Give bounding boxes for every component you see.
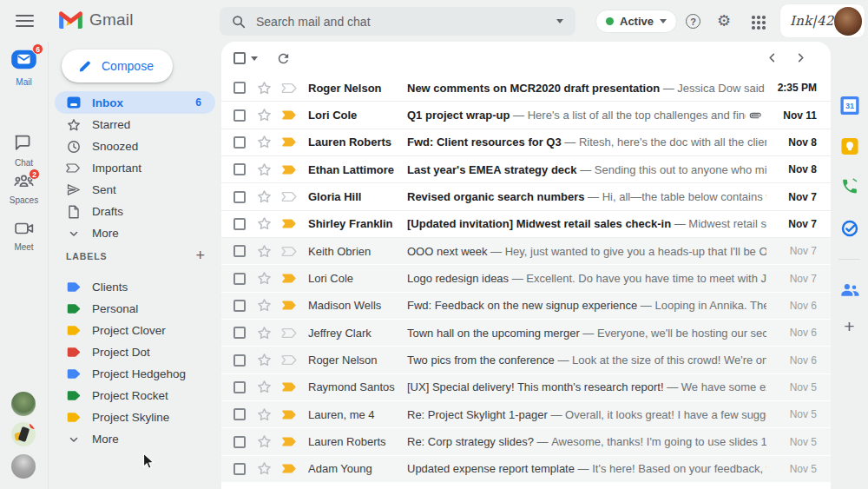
row-checkbox[interactable] [233,82,246,94]
email-row[interactable]: Jeffrey Clark Town hall on the upcoming … [221,320,831,347]
star-icon[interactable] [257,298,272,313]
star-icon[interactable] [257,189,272,204]
email-row[interactable]: Lauren Roberts Fwd: Client resources for… [221,129,831,156]
star-icon[interactable] [257,434,272,449]
sidebar-label-project-hedgehog[interactable]: Project Hedgehog [49,363,222,385]
email-row[interactable]: Gloria Hill Revised organic search numbe… [221,183,831,210]
sidebar-labels-more[interactable]: More [49,428,222,450]
search-bar[interactable] [220,7,575,36]
select-options-caret-icon[interactable] [251,56,258,61]
row-checkbox[interactable] [233,300,246,312]
sidebar-item-drafts[interactable]: Drafts [49,201,222,222]
sidebar-item-important[interactable]: Important [49,157,222,179]
sidebar-label-personal[interactable]: Personal [49,298,222,320]
rail-item-meet[interactable]: Meet [0,221,48,252]
rail-item-spaces[interactable]: 2 Spaces [0,174,48,205]
importance-marker-icon[interactable] [281,436,298,447]
star-icon[interactable] [257,135,272,149]
star-icon[interactable] [257,162,272,177]
email-row[interactable]: Lauren Roberts Re: Corp strategy slides?… [221,428,831,455]
sidebar-label-project-dot[interactable]: Project Dot [49,341,222,363]
star-icon[interactable] [257,380,272,394]
row-checkbox[interactable] [233,136,246,149]
importance-marker-icon[interactable] [281,109,298,121]
compose-button[interactable]: Compose [62,50,173,83]
older-page-chevron-icon[interactable] [795,52,806,63]
google-apps-grid-icon[interactable] [752,16,766,30]
importance-marker-icon[interactable] [281,409,298,420]
star-icon[interactable] [257,353,272,367]
email-row[interactable]: Madison Wells Fwd: Feedback on the new s… [221,293,831,320]
email-row[interactable]: Lori Cole Logo redesign ideas — Excellen… [221,265,831,292]
rail-item-mail[interactable]: 6 Mail [0,49,48,87]
select-all-checkbox[interactable] [233,52,246,64]
sidebar-label-project-rocket[interactable]: Project Rocket [49,385,222,406]
get-add-ons-plus-icon[interactable]: + [844,316,854,337]
importance-marker-icon[interactable] [281,273,298,284]
star-icon[interactable] [257,216,272,231]
star-icon[interactable] [257,326,272,340]
importance-marker-icon[interactable] [281,164,298,175]
star-icon[interactable] [257,108,272,122]
email-row[interactable]: Shirley Franklin [Updated invitation] Mi… [221,211,831,238]
calendar-icon[interactable]: 31 [839,96,859,116]
importance-marker-icon[interactable] [281,246,298,257]
contact-avatar-2[interactable] [11,422,36,446]
email-row[interactable]: Raymond Santos [UX] Special delivery! Th… [221,374,831,401]
contact-avatar-1[interactable] [11,392,36,416]
star-icon[interactable] [257,461,272,476]
settings-gear-icon[interactable]: ⚙ [717,11,731,30]
importance-marker-icon[interactable] [281,218,298,229]
star-icon[interactable] [257,81,272,96]
rail-item-chat[interactable]: Chat [0,135,48,168]
email-row[interactable]: Ethan Lattimore Last year's EMEA strateg… [221,156,831,183]
sidebar-label-clients[interactable]: Clients [49,276,222,298]
email-row[interactable]: Roger Nelson Two pics from the conferenc… [221,347,831,373]
row-checkbox[interactable] [233,354,246,367]
sidebar-item-starred[interactable]: Starred [49,114,222,135]
row-checkbox[interactable] [233,408,246,420]
hamburger-menu-icon[interactable] [16,15,34,27]
sidebar-item-inbox[interactable]: Inbox 6 [55,91,215,114]
sidebar-item-more[interactable]: More [49,222,222,244]
newer-page-chevron-icon[interactable] [766,52,778,63]
contact-avatar-3[interactable] [11,454,36,479]
row-checkbox[interactable] [233,163,246,175]
search-input[interactable] [256,15,556,29]
keep-icon[interactable] [840,137,858,155]
row-checkbox[interactable] [233,436,246,448]
tasks-icon[interactable] [840,219,859,238]
row-checkbox[interactable] [233,273,246,285]
help-icon[interactable]: ? [686,14,700,29]
create-label-plus-icon[interactable]: + [195,247,205,265]
row-checkbox[interactable] [233,218,246,230]
row-checkbox[interactable] [233,109,246,122]
email-row[interactable]: Keith Obrien OOO next week — Hey, just w… [221,238,831,265]
search-options-caret-icon[interactable] [556,19,563,23]
importance-marker-icon[interactable] [281,191,298,202]
sidebar-item-sent[interactable]: Sent [49,179,222,201]
importance-marker-icon[interactable] [281,327,298,339]
importance-marker-icon[interactable] [281,463,298,474]
contacts-icon[interactable] [839,282,859,297]
status-selector[interactable]: Active [595,10,677,33]
row-checkbox[interactable] [233,463,246,475]
importance-marker-icon[interactable] [281,381,298,393]
sidebar-label-project-clover[interactable]: Project Clover [49,320,222,341]
row-checkbox[interactable] [233,327,246,339]
sidebar-label-project-skyline[interactable]: Project Skyline [49,406,222,428]
row-checkbox[interactable] [233,245,246,257]
importance-marker-icon[interactable] [281,300,298,311]
star-icon[interactable] [257,244,272,259]
email-row[interactable]: Lauren, me 4 Re: Project Skylight 1-page… [221,401,831,428]
star-icon[interactable] [257,271,272,286]
voice-icon[interactable] [840,177,858,195]
importance-marker-icon[interactable] [281,83,298,94]
email-row[interactable]: Roger Nelson New comments on MCR2020 dra… [221,75,831,102]
row-checkbox[interactable] [233,191,246,203]
email-row[interactable]: Adam Young Updated expense report templa… [221,456,831,483]
email-row[interactable]: Lori Cole Q1 project wrap-up — Here's a … [221,102,831,129]
importance-marker-icon[interactable] [281,136,298,148]
row-checkbox[interactable] [233,381,246,393]
importance-marker-icon[interactable] [281,354,298,366]
